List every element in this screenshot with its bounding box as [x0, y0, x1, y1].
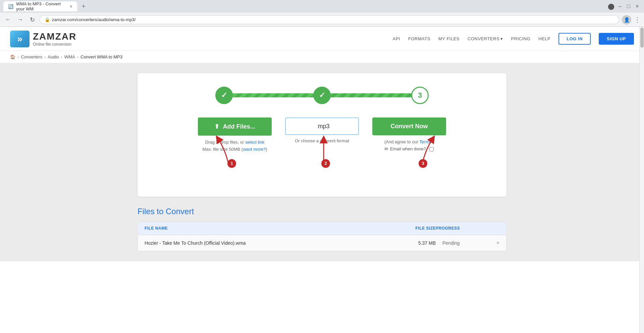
select-link[interactable]: select link	[245, 140, 264, 145]
nav-link-pricing[interactable]: PRICING	[511, 36, 531, 41]
page: » ZAMZAR Online file conversion API FORM…	[0, 27, 644, 333]
files-table-header: FILE NAME FILE SIZE PROGRESS	[138, 222, 506, 235]
chevron-down-icon: ▾	[500, 36, 503, 41]
browser-chrome: 🔄 WMA to MP3 - Convert your WM × + ⬤ – □…	[0, 0, 644, 27]
red-circle-3: 3	[419, 159, 427, 168]
col-header-actions	[489, 226, 499, 231]
convert-now-button[interactable]: Convert Now	[372, 117, 446, 135]
step-2-circle: ✓	[313, 87, 331, 104]
progress-bar-container: ✓ ✓ 3	[148, 87, 496, 104]
add-files-button[interactable]: ⬆ Add Files...	[198, 117, 272, 136]
breadcrumb-wma[interactable]: WMA	[64, 54, 75, 59]
agree-text: (And agree to our	[384, 139, 418, 144]
col-header-filename: FILE NAME	[145, 226, 395, 231]
files-title: Files to Convert	[138, 207, 506, 216]
nav-link-converters[interactable]: CONVERTERS ▾	[468, 36, 503, 41]
file-remove-button[interactable]: ×	[489, 240, 499, 246]
file-name: Hozier - Take Me To Church (Official Vid…	[145, 240, 395, 246]
home-icon[interactable]: 🏠	[10, 54, 15, 59]
arrow-1-container: 1	[215, 135, 235, 163]
browser-titlebar: 🔄 WMA to MP3 - Convert your WM × + ⬤ – □…	[0, 0, 644, 13]
add-files-column: ⬆ Add Files... Drag & drop files, or sel…	[198, 117, 272, 153]
close-button[interactable]: ×	[634, 3, 641, 10]
step-3-label: 3	[418, 91, 422, 100]
window-controls: ⬤ – □ ×	[608, 3, 641, 10]
logo-box: »	[10, 31, 30, 47]
breadcrumb-audio[interactable]: Audio	[48, 54, 59, 59]
logo-text: ZAMZAR Online file conversion	[33, 31, 76, 47]
red-circle-2: 2	[321, 159, 330, 168]
logo-arrows-icon: »	[17, 34, 22, 44]
file-progress: Pending	[436, 240, 489, 246]
main-content: ✓ ✓ 3 ⬆ Add Files...	[0, 63, 644, 261]
logo-tagline: Online file conversion	[33, 42, 76, 47]
minimize-button[interactable]: –	[616, 3, 623, 10]
breadcrumb-sep-3: ›	[77, 54, 78, 59]
table-row: Hozier - Take Me To Church (Official Vid…	[138, 235, 506, 251]
logo-name: ZAMZAR	[33, 31, 76, 42]
arrow-3-container: 3	[416, 135, 436, 163]
arrow-1-svg	[215, 135, 235, 162]
breadcrumb-sep-2: ›	[61, 54, 62, 59]
tab-close-button[interactable]: ×	[70, 4, 72, 9]
nav-link-formats[interactable]: FORMATS	[408, 36, 430, 41]
files-title-plain: Files to	[138, 207, 166, 216]
arrow-2-container: 2	[319, 135, 329, 163]
arrow-3-svg	[416, 135, 436, 162]
breadcrumb-sep-0: ›	[17, 54, 19, 59]
files-section: Files to Convert FILE NAME FILE SIZE PRO…	[138, 207, 506, 251]
lock-icon: 🔒	[45, 17, 50, 22]
files-table: FILE NAME FILE SIZE PROGRESS Hozier - Ta…	[138, 222, 506, 251]
nav-link-myfiles[interactable]: MY FILES	[438, 36, 460, 41]
profile-icon[interactable]: 👤	[622, 15, 631, 25]
step-2-check: ✓	[319, 91, 325, 100]
add-files-label: Add Files...	[223, 123, 255, 130]
step-1-circle: ✓	[215, 87, 233, 104]
reload-button[interactable]: ↻	[28, 15, 37, 25]
breadcrumb-converters[interactable]: Converters	[21, 54, 42, 59]
logo-area[interactable]: » ZAMZAR Online file conversion	[10, 31, 76, 47]
progress-steps: ✓ ✓ 3	[215, 87, 429, 104]
url-text: zamzar.com/converters/audio/wma-to-mp3/	[52, 17, 614, 22]
scrollbar-thumb[interactable]	[640, 28, 644, 48]
signup-button[interactable]: SIGN UP	[599, 33, 634, 45]
maximize-button[interactable]: □	[625, 3, 632, 10]
want-more-link[interactable]: want more?	[243, 147, 266, 152]
forward-button[interactable]: →	[15, 15, 25, 25]
browser-menu-button[interactable]: ⋮	[634, 16, 641, 24]
browser-tab[interactable]: 🔄 WMA to MP3 - Convert your WM ×	[3, 1, 77, 11]
breadcrumb-current: Convert WMA to MP3	[80, 54, 122, 59]
format-select-wrapper: mp3 wav ogg flac	[285, 117, 359, 135]
arrow-2-svg	[319, 135, 329, 162]
scrollbar[interactable]	[639, 27, 644, 333]
files-title-colored: Convert	[166, 207, 194, 216]
profile-dot: ⬤	[608, 3, 614, 10]
red-circle-1: 1	[227, 159, 236, 168]
breadcrumb: 🏠 › Converters › Audio › WMA › Convert W…	[0, 51, 644, 63]
tab-title: WMA to MP3 - Convert your WM	[16, 1, 67, 11]
address-bar[interactable]: 🔒 zamzar.com/converters/audio/wma-to-mp3…	[40, 15, 619, 24]
converter-card: ✓ ✓ 3 ⬆ Add Files...	[138, 73, 506, 197]
back-button[interactable]: ←	[3, 15, 13, 25]
breadcrumb-sep-1: ›	[44, 54, 46, 59]
step-1-check: ✓	[221, 91, 227, 100]
tab-favicon: 🔄	[8, 4, 13, 9]
nav-links: API FORMATS MY FILES CONVERTERS ▾ PRICIN…	[392, 33, 634, 45]
upload-icon: ⬆	[214, 123, 219, 130]
format-select[interactable]: mp3 wav ogg flac	[285, 117, 359, 135]
new-tab-button[interactable]: +	[80, 2, 88, 11]
email-icon: ✉	[384, 146, 388, 153]
nav-link-help[interactable]: HELP	[538, 36, 550, 41]
navbar: » ZAMZAR Online file conversion API FORM…	[0, 27, 644, 51]
login-button[interactable]: LOG IN	[558, 33, 591, 45]
col-header-filesize: FILE SIZE	[395, 226, 436, 231]
nav-link-api[interactable]: API	[392, 36, 400, 41]
col-header-progress: PROGRESS	[436, 226, 489, 231]
file-size: 5.37 MB	[395, 240, 436, 246]
step-3-circle: 3	[411, 87, 429, 104]
browser-toolbar: ← → ↻ 🔒 zamzar.com/converters/audio/wma-…	[0, 13, 644, 27]
